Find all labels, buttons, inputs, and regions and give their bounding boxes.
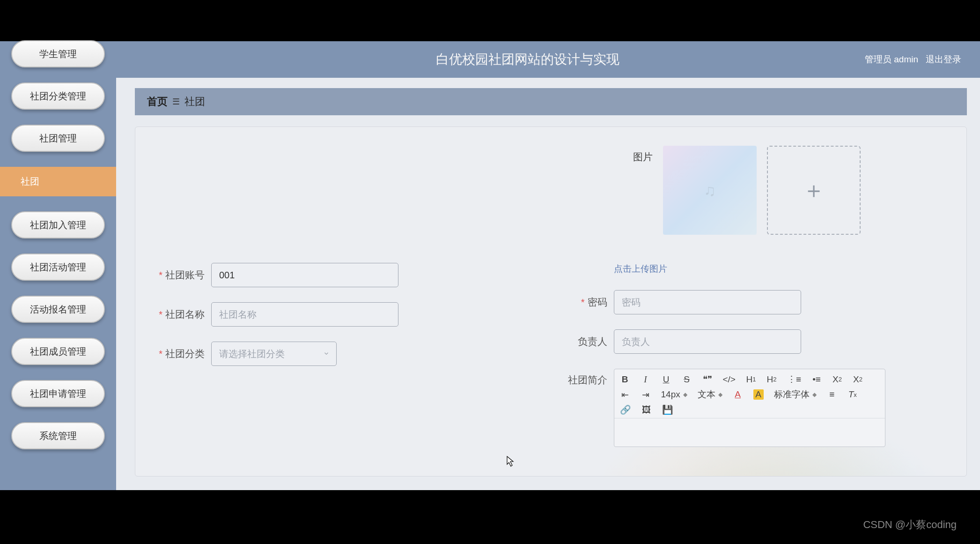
row-upload-hint: 点击上传图片 — [556, 263, 955, 275]
image-thumbnail[interactable]: ♫ — [663, 146, 757, 235]
h1-button[interactable]: H1 — [746, 374, 756, 385]
chevron-updown-icon: ◆ — [812, 391, 817, 398]
page-title: 白优校园社团网站的设计与实现 — [135, 51, 865, 68]
image-upload-row: 图片 ♫ ＋ — [147, 146, 954, 235]
sidebar-item-club-mgmt[interactable]: 社团管理 — [11, 125, 105, 152]
row-intro: 社团简介 B I U S ❝❞ </> H1 H2 ⋮≡ — [556, 369, 955, 447]
hamburger-icon: ☰ — [172, 97, 180, 107]
sidebar-item-label: 社团加入管理 — [30, 219, 86, 231]
highlight-button[interactable]: A — [753, 389, 764, 400]
superscript-button[interactable]: X2 — [853, 374, 863, 385]
label-category: *社团分类 — [147, 347, 205, 360]
sidebar-item-label: 系统管理 — [39, 430, 77, 442]
sidebar-item-club-apply-mgmt[interactable]: 社团申请管理 — [11, 380, 105, 407]
label-account: *社团账号 — [147, 268, 205, 282]
sidebar-item-label: 社团分类管理 — [30, 90, 86, 103]
underline-button[interactable]: U — [661, 374, 671, 385]
row-leader: 负责人 — [556, 329, 955, 354]
sidebar-item-label: 社团活动管理 — [30, 261, 86, 274]
upload-hint[interactable]: 点击上传图片 — [614, 263, 667, 275]
sidebar-item-students[interactable]: 学生管理 — [11, 40, 105, 67]
sidebar-item-label: 学生管理 — [39, 48, 77, 60]
indent-left-button[interactable]: ⇤ — [620, 389, 630, 400]
code-button[interactable]: </> — [723, 374, 736, 385]
font-color-button[interactable]: A — [733, 389, 743, 400]
ordered-list-button[interactable]: ⋮≡ — [787, 374, 801, 385]
select-category[interactable]: 请选择社团分类 — [211, 342, 337, 366]
form-right-column: 点击上传图片 *密码 负责人 社团简介 B — [556, 263, 955, 462]
clear-format-button[interactable]: Tx — [847, 389, 858, 400]
label-leader: 负责人 — [556, 335, 607, 348]
label-name: *社团名称 — [147, 308, 205, 321]
select-placeholder: 请选择社团分类 — [219, 348, 285, 360]
sidebar-item-club-join-mgmt[interactable]: 社团加入管理 — [11, 211, 105, 238]
chevron-updown-icon: ◆ — [683, 391, 687, 398]
required-mark: * — [159, 270, 162, 280]
rte-toolbar: B I U S ❝❞ </> H1 H2 ⋮≡ •≡ X2 — [614, 369, 885, 418]
quote-button[interactable]: ❝❞ — [702, 374, 713, 385]
indent-right-button[interactable]: ⇥ — [641, 389, 651, 400]
required-mark: * — [159, 349, 162, 359]
sidebar-item-system-mgmt[interactable]: 系统管理 — [11, 422, 105, 449]
required-mark: * — [159, 309, 162, 320]
font-family-select[interactable]: 标准字体◆ — [774, 388, 817, 401]
rte-content[interactable] — [614, 418, 885, 447]
watermark: CSDN @小蔡coding — [863, 518, 957, 532]
sidebar-item-club-activity-mgmt[interactable]: 社团活动管理 — [11, 253, 105, 281]
sidebar-item-label: 活动报名管理 — [30, 303, 86, 316]
image-button[interactable]: 🖼 — [641, 405, 652, 415]
sidebar-item-label: 社团申请管理 — [30, 388, 86, 400]
font-size-select[interactable]: 14px◆ — [661, 389, 687, 400]
strikethrough-button[interactable]: S — [682, 374, 692, 385]
image-label: 图片 — [633, 150, 653, 164]
row-name: *社团名称 — [147, 302, 546, 327]
subscript-button[interactable]: X2 — [832, 374, 842, 385]
sidebar-item-club-category-mgmt[interactable]: 社团分类管理 — [11, 82, 105, 110]
app-window: 学生管理 社团分类管理 社团管理 社团 社团加入管理 社团活动管理 活动报名管理… — [0, 41, 980, 490]
bold-button[interactable]: B — [620, 374, 630, 385]
rich-text-editor: B I U S ❝❞ </> H1 H2 ⋮≡ •≡ X2 — [614, 369, 885, 447]
align-button[interactable]: ≡ — [827, 389, 837, 400]
input-name[interactable] — [211, 302, 398, 327]
breadcrumb-home[interactable]: 首页 — [147, 95, 168, 109]
image-upload-box[interactable]: ＋ — [767, 146, 861, 235]
sidebar: 学生管理 社团分类管理 社团管理 社团 社团加入管理 社团活动管理 活动报名管理… — [0, 41, 116, 490]
main-area: 白优校园社团网站的设计与实现 管理员 admin 退出登录 首页 ☰ 社团 图片… — [116, 41, 980, 490]
save-button[interactable]: 💾 — [662, 404, 673, 415]
unordered-list-button[interactable]: •≡ — [811, 374, 822, 385]
h2-button[interactable]: H2 — [766, 374, 777, 385]
form-left-column: *社团账号 *社团名称 *社团分类 请选择社团分类 — [147, 263, 546, 462]
user-label[interactable]: 管理员 admin — [865, 53, 918, 66]
input-password[interactable] — [614, 290, 801, 314]
plus-icon: ＋ — [803, 175, 825, 205]
text-type-select[interactable]: 文本◆ — [698, 388, 722, 401]
chevron-updown-icon: ◆ — [718, 391, 722, 398]
logout-link[interactable]: 退出登录 — [926, 53, 961, 66]
header-right: 管理员 admin 退出登录 — [865, 53, 961, 66]
sidebar-item-label: 社团成员管理 — [30, 345, 86, 358]
chevron-down-icon — [323, 349, 330, 359]
input-account[interactable] — [211, 263, 398, 287]
row-account: *社团账号 — [147, 263, 546, 287]
form-card: 图片 ♫ ＋ *社团账号 *社团名称 *社团 — [135, 127, 967, 477]
sidebar-item-club[interactable]: 社团 — [0, 167, 116, 196]
row-password: *密码 — [556, 290, 955, 314]
label-password: *密码 — [556, 296, 607, 309]
italic-button[interactable]: I — [641, 374, 651, 385]
label-intro: 社团简介 — [556, 369, 607, 387]
sidebar-item-label: 社团管理 — [39, 132, 77, 145]
breadcrumb: 首页 ☰ 社团 — [135, 88, 967, 115]
sidebar-item-club-member-mgmt[interactable]: 社团成员管理 — [11, 338, 105, 365]
required-mark: * — [581, 297, 585, 307]
breadcrumb-current: 社团 — [184, 95, 205, 109]
row-category: *社团分类 请选择社团分类 — [147, 342, 546, 366]
sidebar-item-label: 社团 — [21, 176, 39, 186]
form-columns: *社团账号 *社团名称 *社团分类 请选择社团分类 — [147, 263, 954, 462]
input-leader[interactable] — [614, 329, 801, 354]
link-button[interactable]: 🔗 — [620, 404, 631, 415]
sidebar-item-activity-signup-mgmt[interactable]: 活动报名管理 — [11, 296, 105, 323]
header: 白优校园社团网站的设计与实现 管理员 admin 退出登录 — [116, 41, 980, 78]
